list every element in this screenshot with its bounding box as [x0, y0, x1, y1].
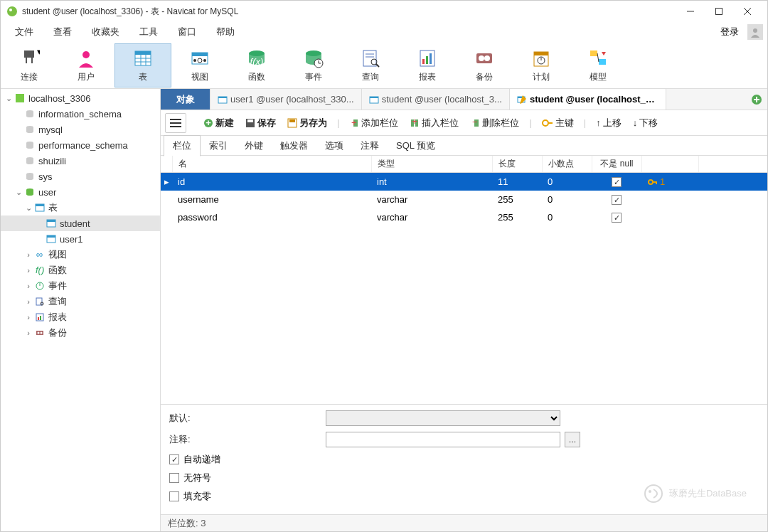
- table-icon: [218, 95, 228, 105]
- cell-decimals: 0: [542, 175, 592, 188]
- expand-toggle[interactable]: ›: [23, 313, 33, 321]
- field-row[interactable]: usernamevarchar2550✓: [161, 191, 767, 208]
- table-icon: [369, 95, 379, 105]
- move-down-button[interactable]: ↓下移: [629, 115, 663, 131]
- save-as-button[interactable]: 另存为: [283, 115, 331, 131]
- save-button[interactable]: 保存: [241, 115, 280, 131]
- subtab[interactable]: 外键: [236, 136, 272, 156]
- close-button[interactable]: [733, 1, 762, 22]
- avatar-icon[interactable]: [747, 24, 763, 40]
- editor-tab[interactable]: user1 @user (localhost_330...: [210, 89, 362, 110]
- tab-objects[interactable]: 对象: [161, 89, 210, 110]
- comment-input[interactable]: [326, 432, 560, 447]
- menu-item[interactable]: 工具: [129, 23, 168, 41]
- cell-length: 11: [492, 175, 542, 188]
- menu-toggle-button[interactable]: [165, 113, 186, 133]
- toolbar-fx-button[interactable]: f(x)函数: [228, 43, 285, 87]
- view-s-icon: ∞: [33, 250, 46, 260]
- col-header-key[interactable]: [642, 156, 699, 172]
- subtab[interactable]: 触发器: [272, 136, 316, 156]
- editor-tab[interactable]: student @user (localhost_33...: [510, 89, 666, 110]
- add-tab-button[interactable]: [746, 89, 767, 110]
- tree-node[interactable]: ⌄localhost_3306: [1, 90, 160, 106]
- subtab[interactable]: SQL 预览: [388, 136, 444, 156]
- tree-node[interactable]: ›f()函数: [1, 262, 160, 278]
- tree-node[interactable]: ⌄user: [1, 184, 160, 200]
- expand-toggle[interactable]: ›: [23, 329, 33, 337]
- col-header-notnull[interactable]: 不是 null: [592, 156, 642, 172]
- expand-toggle[interactable]: ›: [23, 250, 33, 259]
- default-input[interactable]: [326, 410, 560, 426]
- toolbar-report-button[interactable]: 报表: [399, 43, 456, 87]
- fields-grid[interactable]: 名 类型 长度 小数点 不是 null ▸idint110✓1usernamev…: [161, 156, 767, 226]
- expand-toggle[interactable]: ›: [23, 266, 33, 275]
- col-header-name[interactable]: 名: [173, 156, 372, 172]
- cell-notnull: ✓: [592, 193, 641, 207]
- auto-increment-checkbox[interactable]: ✓: [169, 454, 179, 464]
- db-icon: [23, 109, 36, 119]
- tree-node[interactable]: user1: [1, 231, 160, 247]
- tree-node[interactable]: ›∞视图: [1, 247, 160, 262]
- zerofill-checkbox[interactable]: [169, 491, 179, 501]
- menu-item[interactable]: 收藏夹: [82, 23, 129, 41]
- menu-item[interactable]: 帮助: [206, 23, 245, 41]
- main-panel: 对象 user1 @user (localhost_330...student …: [161, 89, 767, 531]
- subtab[interactable]: 选项: [316, 136, 352, 156]
- toolbar-view-button[interactable]: 视图: [171, 43, 228, 87]
- field-row[interactable]: ▸idint110✓1: [161, 173, 767, 191]
- subtab[interactable]: 索引: [201, 136, 236, 156]
- tree-node[interactable]: student: [1, 216, 160, 231]
- toolbar-schedule-button[interactable]: 计划: [513, 43, 570, 87]
- expand-toggle[interactable]: ⌄: [4, 94, 14, 103]
- new-button[interactable]: +新建: [199, 115, 238, 131]
- tree-node[interactable]: performance_schema: [1, 137, 160, 153]
- tree-node[interactable]: mysql: [1, 122, 160, 137]
- add-field-button[interactable]: +添加栏位: [345, 115, 402, 131]
- cell-notnull: ✓: [592, 211, 641, 225]
- toolbar-plug-button[interactable]: ▾连接: [1, 43, 58, 87]
- tree-node[interactable]: information_schema: [1, 106, 160, 122]
- editor-tab[interactable]: student @user (localhost_3...: [362, 89, 510, 110]
- object-tree[interactable]: ⌄localhost_3306information_schemamysqlpe…: [1, 89, 161, 531]
- expand-toggle[interactable]: ⌄: [14, 188, 23, 197]
- move-up-button[interactable]: ↑上移: [592, 115, 626, 131]
- svg-point-6: [753, 28, 757, 33]
- comment-more-button[interactable]: …: [565, 432, 580, 447]
- toolbar-event-button[interactable]: 事件: [285, 43, 342, 87]
- tree-node[interactable]: ⌄表: [1, 200, 160, 216]
- svg-rect-36: [426, 56, 428, 64]
- toolbar-user-button[interactable]: 用户: [58, 43, 114, 87]
- subtab[interactable]: 注释: [352, 136, 388, 156]
- col-header-type[interactable]: 类型: [372, 156, 493, 172]
- svg-point-1: [9, 9, 12, 11]
- tree-node[interactable]: ›备份: [1, 325, 160, 341]
- toolbar-table-button[interactable]: 表: [114, 43, 171, 87]
- delete-field-button[interactable]: −删除栏位: [466, 115, 523, 131]
- query-icon: [359, 47, 382, 70]
- col-header-length[interactable]: 长度: [493, 156, 543, 172]
- subtab[interactable]: 栏位: [164, 135, 201, 156]
- insert-field-button[interactable]: +插入栏位: [405, 115, 463, 131]
- col-header-decimals[interactable]: 小数点: [543, 156, 592, 172]
- tree-node[interactable]: sys: [1, 169, 160, 184]
- tree-node[interactable]: ›报表: [1, 309, 160, 325]
- expand-toggle[interactable]: ›: [23, 282, 33, 290]
- field-row[interactable]: passwordvarchar2550✓: [161, 208, 767, 226]
- toolbar-model-button[interactable]: 模型: [570, 43, 626, 87]
- login-link[interactable]: 登录: [715, 23, 745, 41]
- tree-node[interactable]: ›查询: [1, 294, 160, 309]
- menu-item[interactable]: 文件: [5, 23, 43, 41]
- primary-key-button[interactable]: 主键: [538, 115, 578, 131]
- toolbar-query-button[interactable]: 查询: [342, 43, 399, 87]
- expand-toggle[interactable]: ⌄: [23, 203, 33, 213]
- svg-point-98: [543, 120, 548, 126]
- tree-node[interactable]: ›事件: [1, 278, 160, 294]
- menu-item[interactable]: 查看: [43, 23, 82, 41]
- expand-toggle[interactable]: ›: [23, 297, 33, 306]
- toolbar-backup-button[interactable]: 备份: [456, 43, 513, 87]
- maximize-button[interactable]: [705, 1, 733, 22]
- minimize-button[interactable]: [676, 1, 705, 22]
- tree-node[interactable]: shuizili: [1, 153, 160, 169]
- unsigned-checkbox[interactable]: [169, 473, 179, 483]
- menu-item[interactable]: 窗口: [168, 23, 206, 41]
